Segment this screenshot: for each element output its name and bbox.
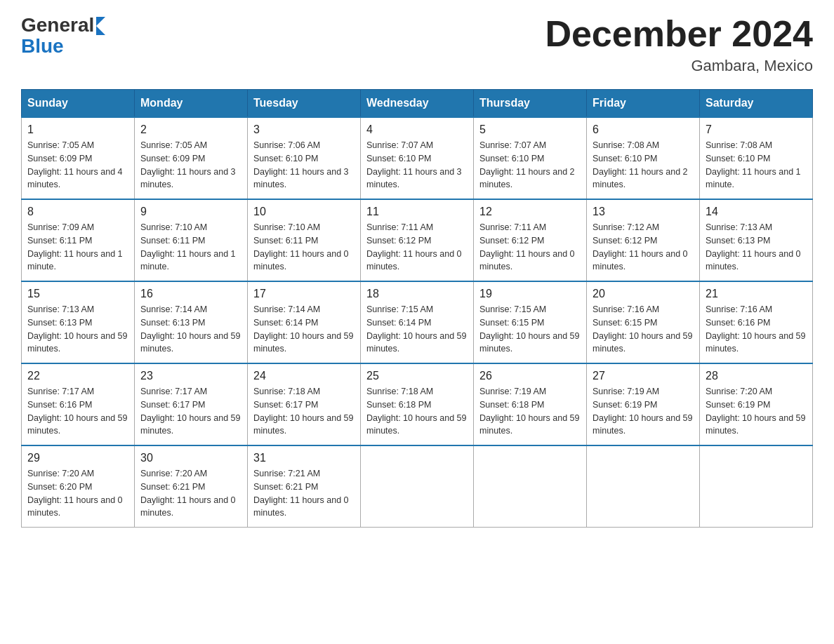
calendar-day: 15 Sunrise: 7:13 AMSunset: 6:13 PMDaylig… <box>22 281 135 363</box>
day-info: Sunrise: 7:10 AMSunset: 6:11 PMDaylight:… <box>140 221 241 274</box>
day-info: Sunrise: 7:20 AMSunset: 6:20 PMDaylight:… <box>27 467 128 520</box>
header-saturday: Saturday <box>700 90 813 118</box>
day-info: Sunrise: 7:13 AMSunset: 6:13 PMDaylight:… <box>706 221 807 274</box>
calendar-week-2: 8 Sunrise: 7:09 AMSunset: 6:11 PMDayligh… <box>22 199 813 281</box>
day-number: 17 <box>253 288 355 300</box>
calendar-day: 12 Sunrise: 7:11 AMSunset: 6:12 PMDaylig… <box>474 199 587 281</box>
calendar-day: 18 Sunrise: 7:15 AMSunset: 6:14 PMDaylig… <box>361 281 474 363</box>
day-number: 1 <box>27 123 128 136</box>
calendar-day: 11 Sunrise: 7:11 AMSunset: 6:12 PMDaylig… <box>361 199 474 281</box>
day-info: Sunrise: 7:17 AMSunset: 6:16 PMDaylight:… <box>27 385 128 438</box>
day-number: 9 <box>140 206 241 218</box>
day-info: Sunrise: 7:05 AMSunset: 6:09 PMDaylight:… <box>27 139 128 192</box>
day-info: Sunrise: 7:20 AMSunset: 6:21 PMDaylight:… <box>140 467 241 520</box>
calendar-week-4: 22 Sunrise: 7:17 AMSunset: 6:16 PMDaylig… <box>22 363 813 445</box>
page-header: General Blue December 2024 Gambara, Mexi… <box>21 14 813 75</box>
calendar-day: 25 Sunrise: 7:18 AMSunset: 6:18 PMDaylig… <box>361 363 474 445</box>
calendar-week-5: 29 Sunrise: 7:20 AMSunset: 6:20 PMDaylig… <box>22 445 813 528</box>
calendar-day: 20 Sunrise: 7:16 AMSunset: 6:15 PMDaylig… <box>587 281 700 363</box>
calendar-day: 3 Sunrise: 7:06 AMSunset: 6:10 PMDayligh… <box>248 117 361 199</box>
day-number: 7 <box>706 123 807 136</box>
day-info: Sunrise: 7:12 AMSunset: 6:12 PMDaylight:… <box>593 221 694 274</box>
day-info: Sunrise: 7:21 AMSunset: 6:21 PMDaylight:… <box>253 467 355 520</box>
day-number: 8 <box>27 206 128 218</box>
day-info: Sunrise: 7:09 AMSunset: 6:11 PMDaylight:… <box>27 221 128 274</box>
day-number: 23 <box>140 370 241 382</box>
day-number: 5 <box>479 123 581 136</box>
day-info: Sunrise: 7:11 AMSunset: 6:12 PMDaylight:… <box>366 221 468 274</box>
logo-general-text: General <box>21 14 94 36</box>
month-title: December 2024 <box>545 14 813 54</box>
calendar-day: 1 Sunrise: 7:05 AMSunset: 6:09 PMDayligh… <box>22 117 135 199</box>
day-number: 3 <box>253 123 355 136</box>
day-number: 2 <box>140 123 241 136</box>
calendar-day: 13 Sunrise: 7:12 AMSunset: 6:12 PMDaylig… <box>587 199 700 281</box>
logo: General Blue <box>21 14 105 58</box>
day-number: 27 <box>593 370 694 382</box>
header-tuesday: Tuesday <box>248 90 361 118</box>
day-info: Sunrise: 7:08 AMSunset: 6:10 PMDaylight:… <box>593 139 694 192</box>
header-sunday: Sunday <box>22 90 135 118</box>
calendar-day: 14 Sunrise: 7:13 AMSunset: 6:13 PMDaylig… <box>700 199 813 281</box>
day-number: 18 <box>366 288 468 300</box>
day-info: Sunrise: 7:15 AMSunset: 6:15 PMDaylight:… <box>479 303 581 356</box>
day-info: Sunrise: 7:10 AMSunset: 6:11 PMDaylight:… <box>253 221 355 274</box>
day-info: Sunrise: 7:06 AMSunset: 6:10 PMDaylight:… <box>253 139 355 192</box>
day-info: Sunrise: 7:17 AMSunset: 6:17 PMDaylight:… <box>140 385 241 438</box>
calendar-header: SundayMondayTuesdayWednesdayThursdayFrid… <box>22 90 813 118</box>
day-info: Sunrise: 7:07 AMSunset: 6:10 PMDaylight:… <box>479 139 581 192</box>
header-wednesday: Wednesday <box>361 90 474 118</box>
day-info: Sunrise: 7:20 AMSunset: 6:19 PMDaylight:… <box>706 385 807 438</box>
calendar-day <box>474 445 587 528</box>
day-number: 12 <box>479 206 581 218</box>
day-number: 6 <box>593 123 694 136</box>
calendar-day: 26 Sunrise: 7:19 AMSunset: 6:18 PMDaylig… <box>474 363 587 445</box>
calendar-day: 4 Sunrise: 7:07 AMSunset: 6:10 PMDayligh… <box>361 117 474 199</box>
calendar-day: 2 Sunrise: 7:05 AMSunset: 6:09 PMDayligh… <box>135 117 248 199</box>
header-thursday: Thursday <box>474 90 587 118</box>
day-info: Sunrise: 7:19 AMSunset: 6:19 PMDaylight:… <box>593 385 694 438</box>
calendar-day: 7 Sunrise: 7:08 AMSunset: 6:10 PMDayligh… <box>700 117 813 199</box>
day-number: 20 <box>593 288 694 300</box>
location-title: Gambara, Mexico <box>545 57 813 75</box>
day-info: Sunrise: 7:05 AMSunset: 6:09 PMDaylight:… <box>140 139 241 192</box>
day-number: 14 <box>706 206 807 218</box>
calendar-day: 10 Sunrise: 7:10 AMSunset: 6:11 PMDaylig… <box>248 199 361 281</box>
day-info: Sunrise: 7:11 AMSunset: 6:12 PMDaylight:… <box>479 221 581 274</box>
day-info: Sunrise: 7:08 AMSunset: 6:10 PMDaylight:… <box>706 139 807 192</box>
header-friday: Friday <box>587 90 700 118</box>
day-number: 21 <box>706 288 807 300</box>
calendar-day: 31 Sunrise: 7:21 AMSunset: 6:21 PMDaylig… <box>248 445 361 528</box>
day-info: Sunrise: 7:14 AMSunset: 6:13 PMDaylight:… <box>140 303 241 356</box>
calendar-day: 5 Sunrise: 7:07 AMSunset: 6:10 PMDayligh… <box>474 117 587 199</box>
calendar-week-3: 15 Sunrise: 7:13 AMSunset: 6:13 PMDaylig… <box>22 281 813 363</box>
calendar-day: 28 Sunrise: 7:20 AMSunset: 6:19 PMDaylig… <box>700 363 813 445</box>
day-number: 26 <box>479 370 581 382</box>
calendar-week-1: 1 Sunrise: 7:05 AMSunset: 6:09 PMDayligh… <box>22 117 813 199</box>
calendar-day: 30 Sunrise: 7:20 AMSunset: 6:21 PMDaylig… <box>135 445 248 528</box>
calendar-day: 23 Sunrise: 7:17 AMSunset: 6:17 PMDaylig… <box>135 363 248 445</box>
day-info: Sunrise: 7:14 AMSunset: 6:14 PMDaylight:… <box>253 303 355 356</box>
calendar-day: 8 Sunrise: 7:09 AMSunset: 6:11 PMDayligh… <box>22 199 135 281</box>
calendar-day <box>700 445 813 528</box>
calendar-day <box>587 445 700 528</box>
day-number: 11 <box>366 206 468 218</box>
title-area: December 2024 Gambara, Mexico <box>545 14 813 75</box>
day-number: 24 <box>253 370 355 382</box>
logo-blue-text: Blue <box>21 35 105 58</box>
day-info: Sunrise: 7:13 AMSunset: 6:13 PMDaylight:… <box>27 303 128 356</box>
calendar-day: 24 Sunrise: 7:18 AMSunset: 6:17 PMDaylig… <box>248 363 361 445</box>
calendar-day: 19 Sunrise: 7:15 AMSunset: 6:15 PMDaylig… <box>474 281 587 363</box>
calendar-table: SundayMondayTuesdayWednesdayThursdayFrid… <box>21 89 813 528</box>
calendar-day: 6 Sunrise: 7:08 AMSunset: 6:10 PMDayligh… <box>587 117 700 199</box>
day-info: Sunrise: 7:19 AMSunset: 6:18 PMDaylight:… <box>479 385 581 438</box>
calendar-day: 16 Sunrise: 7:14 AMSunset: 6:13 PMDaylig… <box>135 281 248 363</box>
day-info: Sunrise: 7:18 AMSunset: 6:17 PMDaylight:… <box>253 385 355 438</box>
day-info: Sunrise: 7:16 AMSunset: 6:15 PMDaylight:… <box>593 303 694 356</box>
day-number: 16 <box>140 288 241 300</box>
day-number: 30 <box>140 452 241 464</box>
day-info: Sunrise: 7:15 AMSunset: 6:14 PMDaylight:… <box>366 303 468 356</box>
day-number: 15 <box>27 288 128 300</box>
day-info: Sunrise: 7:07 AMSunset: 6:10 PMDaylight:… <box>366 139 468 192</box>
calendar-day: 27 Sunrise: 7:19 AMSunset: 6:19 PMDaylig… <box>587 363 700 445</box>
